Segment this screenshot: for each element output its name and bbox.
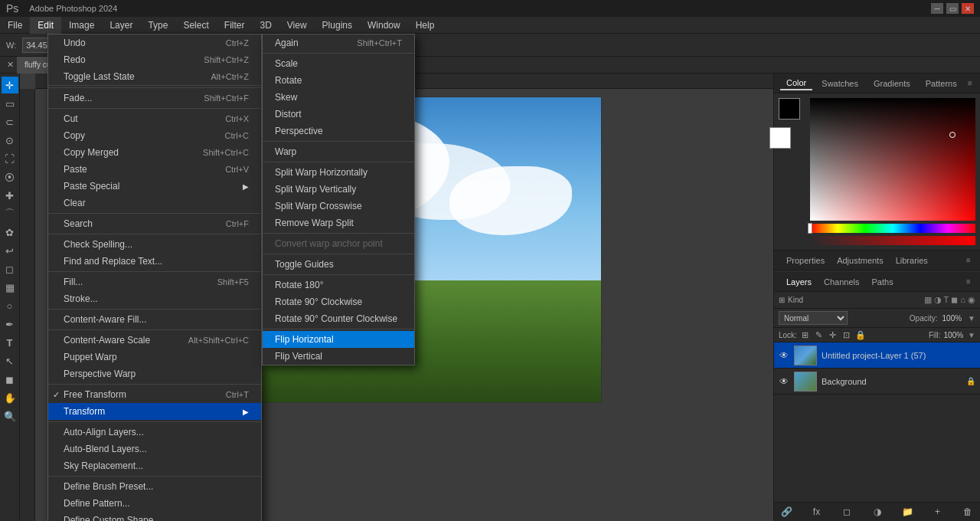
menu-content-aware-fill[interactable]: Content-Aware Fill... [48, 311, 261, 328]
tool-shape[interactable]: ◼ [2, 371, 18, 388]
tab-paths[interactable]: Paths [866, 276, 900, 288]
sub-rotate[interactable]: Rotate [263, 72, 414, 89]
sub-skew[interactable]: Skew [263, 89, 414, 106]
sub-warp[interactable]: Warp [263, 143, 414, 160]
lock-position-icon[interactable]: ✛ [828, 329, 838, 340]
menu-fill[interactable]: Fill... Shift+F5 [48, 274, 261, 290]
sub-remove-warp-split[interactable]: Remove Warp Split [263, 215, 414, 231]
tool-brush[interactable]: ⌒ [2, 205, 18, 222]
tool-history[interactable]: ↩ [2, 242, 18, 259]
lock-pixels-icon[interactable]: ✎ [814, 329, 825, 340]
menu-content-aware-scale[interactable]: Content-Aware Scale Alt+Shift+Ctrl+C [48, 332, 261, 349]
sub-rotate-90-cw[interactable]: Rotate 90° Clockwise [263, 293, 414, 310]
menu-help[interactable]: Help [408, 17, 443, 34]
menu-redo[interactable]: Redo Shift+Ctrl+Z [48, 51, 261, 68]
filter-shape-icon[interactable]: ◼ [951, 295, 958, 305]
sub-split-warp-v[interactable]: Split Warp Vertically [263, 181, 414, 198]
layer-1-vis-icon[interactable]: 👁 [779, 350, 789, 361]
tool-lasso[interactable]: ⊂ [2, 113, 18, 130]
sub-toggle-guides[interactable]: Toggle Guides [263, 256, 414, 273]
menu-undo[interactable]: Undo Ctrl+Z [48, 34, 261, 51]
alpha-bar[interactable] [810, 236, 975, 245]
menu-cut[interactable]: Cut Ctrl+X [48, 110, 261, 127]
filter-adj-icon[interactable]: ◑ [934, 295, 942, 305]
filter-text-icon[interactable]: T [944, 295, 949, 305]
menu-image[interactable]: Image [61, 17, 102, 34]
sub-again[interactable]: Again Shift+Ctrl+T [263, 34, 414, 51]
menu-view[interactable]: View [279, 17, 315, 34]
tool-path-select[interactable]: ↖ [2, 352, 18, 369]
menu-check-spelling[interactable]: Check Spelling... [48, 236, 261, 253]
close-tab-x[interactable]: ✕ [4, 60, 17, 70]
menu-define-shape[interactable]: Define Custom Shape... [48, 512, 261, 521]
menu-search[interactable]: Search Ctrl+F [48, 215, 261, 232]
menu-layer[interactable]: Layer [102, 17, 140, 34]
menu-find-replace[interactable]: Find and Replace Text... [48, 253, 261, 270]
blend-mode-select[interactable]: Normal Dissolve Multiply Screen [779, 311, 848, 325]
tool-crop[interactable]: ⛶ [2, 150, 18, 167]
tab-libraries[interactable]: Libraries [890, 254, 934, 267]
menu-sky-replacement[interactable]: Sky Replacement... [48, 457, 261, 474]
menu-filter[interactable]: Filter [217, 17, 253, 34]
foreground-color[interactable] [779, 98, 800, 120]
lock-transparent-icon[interactable]: ⊞ [800, 329, 811, 340]
color-gradient-box[interactable] [810, 98, 975, 221]
sub-flip-vertical[interactable]: Flip Vertical [263, 348, 414, 365]
menu-window[interactable]: Window [360, 17, 408, 34]
menu-copy-merged[interactable]: Copy Merged Shift+Ctrl+C [48, 144, 261, 161]
minimize-button[interactable]: ─ [931, 3, 943, 14]
link-layers-btn[interactable]: 🔗 [780, 506, 792, 518]
layers-panel-collapse[interactable]: ≡ [963, 277, 974, 287]
lock-artboard-icon[interactable]: ⊡ [841, 329, 852, 340]
menu-define-pattern[interactable]: Define Pattern... [48, 495, 261, 512]
background-color[interactable] [769, 127, 791, 149]
menu-transform[interactable]: Transform ▶ [48, 403, 261, 420]
sub-scale[interactable]: Scale [263, 55, 414, 72]
tool-clone[interactable]: ✿ [2, 224, 18, 241]
menu-stroke[interactable]: Stroke... [48, 290, 261, 307]
tab-adjustments[interactable]: Adjustments [831, 254, 890, 267]
menu-perspective-warp[interactable]: Perspective Warp [48, 365, 261, 382]
layer-bg-vis-icon[interactable]: 👁 [779, 376, 789, 387]
properties-panel-collapse[interactable]: ≡ [963, 255, 974, 266]
filter-pixel-icon[interactable]: ▦ [924, 295, 932, 305]
menu-edit[interactable]: Edit [30, 17, 61, 34]
tool-eyedropper[interactable]: ⦿ [2, 169, 18, 185]
tab-layers[interactable]: Layers [780, 276, 818, 288]
tool-pen[interactable]: ✒ [2, 316, 18, 333]
menu-free-transform[interactable]: ✓ Free Transform Ctrl+T [48, 386, 261, 403]
tool-select-rect[interactable]: ▭ [2, 95, 18, 112]
hue-bar[interactable] [810, 224, 975, 233]
new-layer-btn[interactable]: + [932, 506, 944, 518]
add-style-btn[interactable]: fx [811, 506, 823, 518]
fill-arrow[interactable]: ▼ [968, 331, 975, 339]
delete-layer-btn[interactable]: 🗑 [962, 506, 974, 518]
menu-plugins[interactable]: Plugins [315, 17, 360, 34]
tool-spot-heal[interactable]: ✚ [2, 187, 18, 204]
opacity-arrow[interactable]: ▼ [968, 314, 975, 323]
close-button[interactable]: ✕ [962, 3, 974, 14]
menu-define-brush[interactable]: Define Brush Preset... [48, 478, 261, 495]
tool-text[interactable]: T [2, 334, 18, 351]
tab-color[interactable]: Color [780, 77, 812, 90]
new-adj-btn[interactable]: ◑ [871, 506, 884, 518]
tool-move[interactable]: ✛ [2, 77, 18, 93]
menu-toggle-last-state[interactable]: Toggle Last State Alt+Ctrl+Z [48, 68, 261, 85]
color-panel-collapse[interactable]: ≡ [966, 78, 974, 89]
new-group-btn[interactable]: 📁 [901, 506, 913, 518]
layer-item-bg[interactable]: 👁 Background 🔒 [774, 369, 980, 395]
menu-clear[interactable]: Clear [48, 195, 261, 211]
filter-smart-icon[interactable]: ⌂ [960, 295, 965, 305]
tool-gradient[interactable]: ▦ [2, 279, 18, 296]
tab-swatches[interactable]: Swatches [815, 77, 864, 90]
tool-quick-select[interactable]: ⊙ [2, 132, 18, 149]
menu-type[interactable]: Type [140, 17, 175, 34]
add-mask-btn[interactable]: ◻ [841, 506, 853, 518]
filter-toggle-icon[interactable]: ◉ [968, 295, 975, 305]
layer-item-1[interactable]: 👁 Untitled project-Layer 1 (57) [774, 342, 980, 369]
tool-dodge[interactable]: ○ [2, 297, 18, 314]
tool-hand[interactable]: ✋ [2, 389, 18, 406]
sub-distort[interactable]: Distort [263, 106, 414, 123]
menu-copy[interactable]: Copy Ctrl+C [48, 127, 261, 144]
sub-split-warp-h[interactable]: Split Warp Horizontally [263, 164, 414, 181]
